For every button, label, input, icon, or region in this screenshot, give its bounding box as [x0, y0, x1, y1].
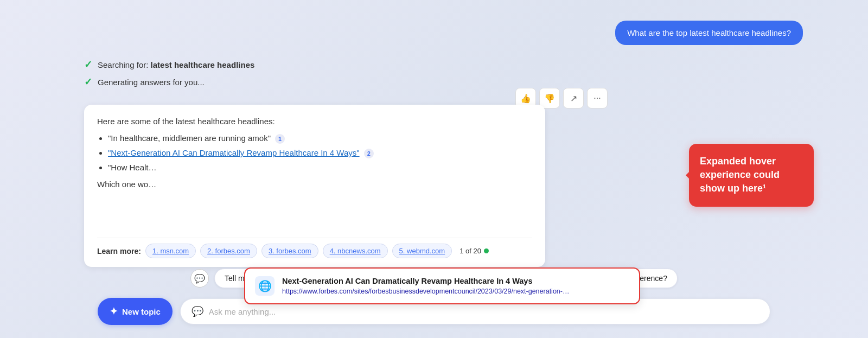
thumbs-down-button[interactable]: 👎	[539, 88, 560, 109]
source-chip-1[interactable]: 1. msn.com	[145, 244, 196, 258]
callout-box: Expanded hover experience could show up …	[689, 144, 814, 207]
new-topic-label: New topic	[122, 307, 161, 316]
sparkle-icon: ✦	[110, 305, 118, 317]
headline-text-3: "How Healt…	[108, 163, 157, 172]
headline-link-2[interactable]: "Next-Generation AI Can Dramatically Rev…	[108, 148, 360, 157]
globe-icon: 🌐	[255, 276, 275, 296]
list-item: "Next-Generation AI Can Dramatically Rev…	[108, 148, 532, 158]
which-one-text: Which one wo…	[97, 180, 532, 189]
citation-1: 1	[275, 134, 285, 144]
searching-label: Searching for: latest healthcare headlin…	[98, 60, 254, 69]
more-button[interactable]: ···	[587, 88, 608, 109]
learn-more-label: Learn more:	[97, 247, 141, 256]
share-button[interactable]: ↗	[563, 88, 584, 109]
response-intro: Here are some of the latest healthcare h…	[97, 117, 532, 126]
source-chip-2[interactable]: 2. forbes.com	[200, 244, 257, 258]
tooltip-content: Next-Generation AI Can Dramatically Reva…	[282, 277, 629, 295]
tooltip-title: Next-Generation AI Can Dramatically Reva…	[282, 277, 629, 285]
user-query-bubble: What are the top latest healthcare headl…	[615, 21, 803, 45]
main-container: What are the top latest healthcare headl…	[0, 0, 868, 338]
list-item: "In healthcare, middlemen are running am…	[108, 133, 532, 144]
check-icon-1: ✓	[84, 59, 92, 71]
source-chip-3[interactable]: 3. forbes.com	[261, 244, 318, 258]
green-dot	[484, 248, 489, 253]
headline-list: "In healthcare, middlemen are running am…	[97, 133, 532, 172]
suggest-icon[interactable]: 💬	[190, 269, 209, 288]
searching-bold: latest healthcare headlines	[151, 60, 255, 69]
response-card: Here are some of the latest healthcare h…	[84, 105, 545, 267]
generating-label: Generating answers for you...	[98, 78, 205, 87]
page-indicator: 1 of 20	[459, 247, 489, 255]
headline-text-1: "In healthcare, middlemen are running am…	[108, 133, 271, 143]
hover-tooltip: 🌐 Next-Generation AI Can Dramatically Re…	[244, 267, 640, 304]
user-query-text: What are the top latest healthcare headl…	[627, 28, 791, 37]
chat-icon: 💬	[192, 305, 203, 317]
search-status-item: ✓ Searching for: latest healthcare headl…	[84, 59, 254, 71]
generating-status-item: ✓ Generating answers for you...	[84, 76, 254, 88]
new-topic-button[interactable]: ✦ New topic	[98, 298, 173, 325]
source-chip-5[interactable]: 5. webmd.com	[392, 244, 452, 258]
check-icon-2: ✓	[84, 76, 92, 88]
callout-text: Expanded hover experience could show up …	[700, 156, 780, 194]
list-item: "How Healt…	[108, 163, 532, 172]
source-chip-4[interactable]: 4. nbcnews.com	[323, 244, 388, 258]
tooltip-url: https://www.forbes.com/sites/forbesbusin…	[282, 288, 629, 295]
search-input[interactable]	[209, 307, 759, 316]
search-status: ✓ Searching for: latest healthcare headl…	[84, 59, 254, 93]
learn-more-section: Learn more: 1. msn.com 2. forbes.com 3. …	[97, 238, 532, 258]
citation-2: 2	[364, 149, 374, 158]
